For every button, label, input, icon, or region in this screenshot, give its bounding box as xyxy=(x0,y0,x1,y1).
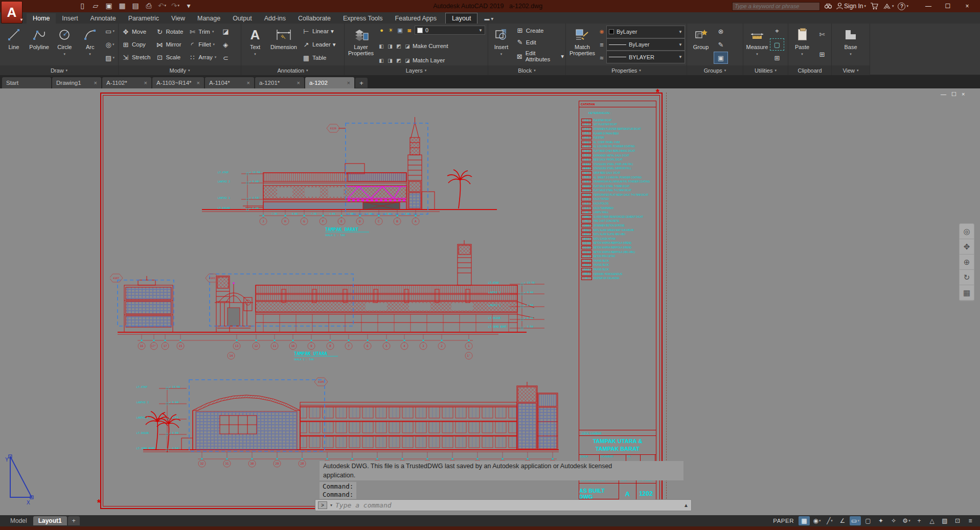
panel-label-view[interactable]: View▾ xyxy=(832,65,870,75)
layer-tool-icon-a3[interactable]: ◪ xyxy=(404,43,411,49)
circle-button[interactable]: Circle▾ xyxy=(53,25,77,64)
panel-label-layers[interactable]: Layers▾ xyxy=(345,65,488,75)
match-properties-button[interactable]: Match Properties xyxy=(567,25,597,64)
ribbon-tab-layout[interactable]: Layout xyxy=(446,13,477,24)
close-tab-icon[interactable]: × xyxy=(347,80,350,86)
modify-move-button[interactable]: ✥Move xyxy=(120,26,152,38)
text-button[interactable]: A Text▾ xyxy=(243,25,267,64)
drawing-canvas[interactable]: * * — ☐ × xyxy=(0,88,980,515)
plot-icon[interactable]: ⎙ xyxy=(143,1,154,11)
layer-tool-icon-a2[interactable]: ◩ xyxy=(395,43,402,49)
modify-trim-button[interactable]: ✄Trim▾ xyxy=(187,26,218,38)
close-tab-icon[interactable]: × xyxy=(144,80,147,86)
panel-label-draw[interactable]: Draw▾ xyxy=(0,65,118,75)
file-tab-drawing1[interactable]: Drawing1× xyxy=(52,77,101,88)
annotation-monitor-icon[interactable]: + xyxy=(914,516,925,525)
panel-label-block[interactable]: Block▾ xyxy=(488,65,565,75)
modify-fillet-button[interactable]: ◜Fillet▾ xyxy=(187,38,218,51)
file-tab-a-1202[interactable]: a-1202× xyxy=(305,77,354,88)
ribbon-tab-output[interactable]: Output xyxy=(226,13,258,24)
command-input[interactable] xyxy=(335,501,680,509)
doc-close-button[interactable]: × xyxy=(962,91,965,98)
layer-state-icon-2[interactable]: ▣ xyxy=(396,27,404,34)
utilities-tool-0[interactable]: ⌖ xyxy=(770,26,784,37)
store-cart-icon[interactable] xyxy=(870,3,879,10)
line-button[interactable]: Line xyxy=(2,25,26,64)
layer-state-icon-1[interactable]: ☀ xyxy=(387,27,395,34)
ribbon-tab-insert[interactable]: Insert xyxy=(56,13,84,24)
measure-button[interactable]: Measure▾ xyxy=(745,25,769,64)
close-tab-icon[interactable]: × xyxy=(94,80,97,86)
search-icon[interactable] xyxy=(824,3,832,9)
layer-state-icon-3[interactable]: ◙ xyxy=(405,27,413,34)
modify-array-button[interactable]: ∷Array▾ xyxy=(187,51,218,64)
modify-copy-button[interactable]: ⊞Copy xyxy=(120,38,152,51)
snap-mode-icon[interactable]: ◉▾ xyxy=(811,516,823,525)
panel-label-utilities[interactable]: Utilities▾ xyxy=(743,65,788,75)
orbit-icon[interactable]: ↻ xyxy=(960,270,974,285)
modify-rotate-button[interactable]: ↻Rotate xyxy=(154,26,185,38)
clipboard-tool-1[interactable]: ⊞ xyxy=(815,49,829,60)
groups-tool-2[interactable]: ▣ xyxy=(714,52,727,63)
doc-restore-button[interactable]: ☐ xyxy=(951,91,956,98)
layer-state-icon-0[interactable]: ● xyxy=(378,27,385,34)
minimize-button[interactable]: — xyxy=(919,1,938,12)
object-color-select[interactable]: ByLayer ▼ xyxy=(606,26,685,38)
paper-space-indicator[interactable]: PAPER xyxy=(773,518,794,524)
panel-label-groups[interactable]: Groups▾ xyxy=(687,65,743,75)
modify-stretch-button[interactable]: ⇲Stretch xyxy=(120,51,152,64)
layout1-tab[interactable]: Layout1 xyxy=(33,516,67,525)
pan-icon[interactable]: ✥ xyxy=(960,239,974,255)
layer-tool-icon-a0[interactable]: ◧ xyxy=(378,43,385,49)
ribbon-tab-collaborate[interactable]: Collaborate xyxy=(292,13,337,24)
base-button[interactable]: Base▾ xyxy=(838,25,863,64)
ribbon-tab-add-ins[interactable]: Add-ins xyxy=(258,13,292,24)
polar-tracking-icon[interactable]: ▭▾ xyxy=(850,516,861,525)
groups-tool-0[interactable]: ⊗ xyxy=(714,26,727,37)
export-icon[interactable]: ▤ xyxy=(130,1,141,11)
ribbon-tab-parametric[interactable]: Parametric xyxy=(122,13,165,24)
qat-menu-icon[interactable]: ▾ xyxy=(183,1,194,11)
layer-select[interactable]: 0 ▼ xyxy=(415,26,485,35)
layer-tool-icon-b2[interactable]: ◩ xyxy=(395,58,402,63)
steering-wheel-icon[interactable]: ◎ xyxy=(960,224,974,239)
search-input[interactable] xyxy=(735,3,817,9)
redo-icon[interactable]: ↷▾ xyxy=(170,1,181,11)
undo-icon[interactable]: ↶▾ xyxy=(156,1,168,11)
match-layer-button[interactable]: Match Layer xyxy=(413,57,445,63)
command-history-toggle-icon[interactable]: ▲ xyxy=(683,502,689,508)
object-snap-icon[interactable]: ▢ xyxy=(862,516,874,525)
insert-button[interactable]: Insert▾ xyxy=(490,25,513,64)
file-tab-a-1103-r14-[interactable]: A-1103~R14*× xyxy=(152,77,204,88)
layer-tool-icon-a1[interactable]: ◨ xyxy=(386,43,394,49)
polyline-button[interactable]: Polyline xyxy=(27,25,52,64)
lineweight-select[interactable]: ByLayer ▼ xyxy=(606,38,685,51)
modify-extra-tool-2[interactable]: ⊂ xyxy=(219,52,232,63)
close-button[interactable]: × xyxy=(958,1,977,12)
groups-tool-1[interactable]: ✎ xyxy=(714,39,727,50)
save-as-icon[interactable]: ▦ xyxy=(117,1,128,11)
create-button[interactable]: ⊞Create xyxy=(516,27,564,34)
make-current-button[interactable]: Make Current xyxy=(413,43,448,49)
new-file-icon[interactable]: ▯ xyxy=(77,1,88,11)
autodesk-app-icon[interactable]: ▾ xyxy=(883,3,894,10)
command-prompt-icon[interactable]: > xyxy=(318,501,327,509)
linear-button[interactable]: ⊢Linear▾ xyxy=(302,28,336,35)
doc-minimize-button[interactable]: — xyxy=(941,91,946,98)
layer-tool-icon-b3[interactable]: ◪ xyxy=(404,58,411,63)
panel-label-properties[interactable]: Properties▾ xyxy=(566,65,687,75)
zoom-icon[interactable]: ⊕ xyxy=(960,255,974,270)
command-options-arrow-icon[interactable]: ▾ xyxy=(330,503,332,508)
dimension-button[interactable]: Dimension xyxy=(268,25,299,64)
file-tab-a-1102-[interactable]: A-1102*× xyxy=(102,77,151,88)
infer-constraints-icon[interactable]: ╱▾ xyxy=(824,516,835,525)
panel-label-annotation[interactable]: Annotation▾ xyxy=(241,65,344,75)
ribbon-tab-annotate[interactable]: Annotate xyxy=(84,13,122,24)
modify-extra-tool-0[interactable]: ◪ xyxy=(219,26,232,37)
graphics-performance-icon[interactable]: ▧ xyxy=(939,516,950,525)
ribbon-tab-manage[interactable]: Manage xyxy=(191,13,226,24)
paste-button[interactable]: Paste▾ xyxy=(790,25,814,64)
annotation-visibility-icon[interactable]: ✦ xyxy=(875,516,886,525)
clipboard-tool-0[interactable]: ✄ xyxy=(815,29,829,40)
ribbon-tab-express-tools[interactable]: Express Tools xyxy=(337,13,389,24)
